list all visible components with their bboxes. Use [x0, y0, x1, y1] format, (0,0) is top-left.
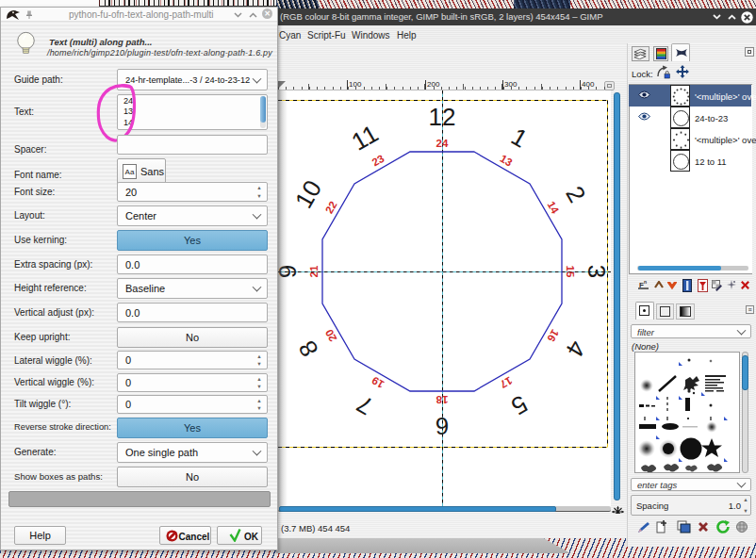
svg-text:21: 21: [308, 265, 320, 277]
svg-text:20: 20: [323, 327, 339, 343]
svg-text:4: 4: [560, 336, 591, 362]
svg-text:13: 13: [498, 153, 514, 169]
svg-text:11: 11: [347, 119, 383, 156]
svg-text:14: 14: [545, 199, 561, 216]
svg-text:24: 24: [436, 138, 449, 149]
svg-text:6: 6: [436, 412, 449, 440]
svg-text:8: 8: [292, 336, 323, 362]
svg-text:12: 12: [429, 103, 456, 131]
svg-text:5: 5: [506, 389, 533, 420]
svg-text:1: 1: [506, 122, 533, 153]
svg-text:19: 19: [370, 374, 386, 390]
svg-text:22: 22: [323, 199, 339, 215]
svg-text:2: 2: [560, 181, 591, 207]
svg-text:23: 23: [370, 153, 386, 169]
svg-text:7: 7: [352, 389, 378, 420]
svg-text:10: 10: [289, 175, 327, 213]
svg-text:15: 15: [565, 266, 576, 278]
svg-text:16: 16: [545, 327, 561, 343]
svg-text:17: 17: [498, 374, 514, 390]
svg-text:18: 18: [436, 394, 448, 405]
svg-text:3: 3: [583, 265, 611, 278]
